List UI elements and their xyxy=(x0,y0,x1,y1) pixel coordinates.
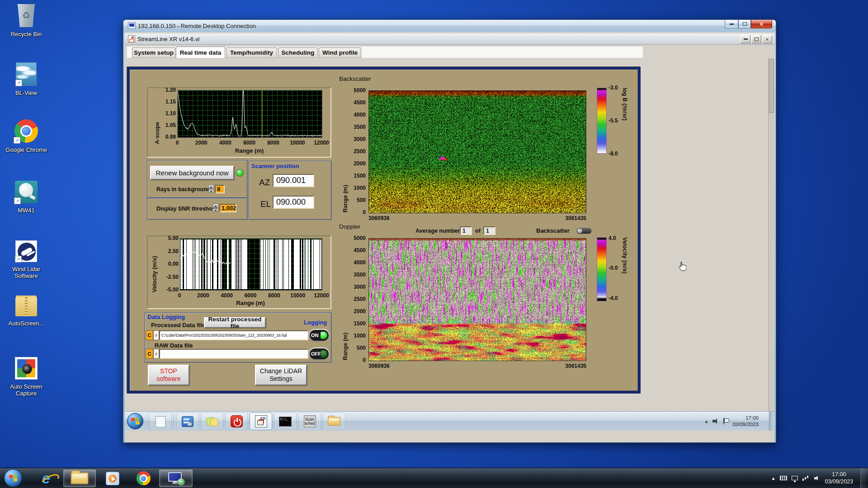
vi-titlebar[interactable]: StreamLine XR v14-6.vi × xyxy=(125,33,774,45)
action-center-flag-icon[interactable] xyxy=(723,418,728,424)
colorbar-tick: -5.5 xyxy=(609,117,618,124)
axis-tick-label: 4000 xyxy=(219,140,231,146)
display-icon[interactable] xyxy=(792,476,798,480)
tab-real-time-data[interactable]: Real time data xyxy=(176,47,225,58)
raw-browse-icon[interactable]: ♯ xyxy=(153,349,159,359)
rdp-titlebar[interactable]: 192.168.0.150 - Remote Desktop Connectio… xyxy=(123,20,776,32)
explorer-taskbar-button[interactable] xyxy=(63,469,96,487)
notepad-icon xyxy=(156,416,165,427)
rays-spinner[interactable] xyxy=(208,185,214,193)
stop-line2: software xyxy=(157,375,181,383)
chrome-taskbar-button[interactable] xyxy=(130,469,156,487)
el-value-field[interactable]: 090.000 xyxy=(273,196,314,209)
desktop-icon-mw41[interactable]: ↗ MW41 xyxy=(4,181,49,214)
restore-button[interactable] xyxy=(738,20,751,28)
az-value-field[interactable]: 090.001 xyxy=(273,174,314,187)
internet-explorer-taskbar-button[interactable]: e xyxy=(33,469,59,487)
host-start-button[interactable] xyxy=(4,469,22,487)
desktop-icon-autoscreen[interactable]: AutoScreen... xyxy=(4,297,49,327)
desktop-icon-label: Wind Lidar Software xyxy=(4,266,49,279)
stop-software-button[interactable]: STOP software xyxy=(148,365,189,385)
axis-tick-label: 12000 xyxy=(314,292,329,299)
hidden-icons-arrow[interactable]: ▲ xyxy=(771,476,776,481)
labview-xr-taskbar-button[interactable]: XR xyxy=(250,413,272,430)
colorbar-tick: -3.0 xyxy=(609,84,618,91)
average-number-field[interactable]: 1 xyxy=(460,226,472,235)
restart-processed-file-button[interactable]: Restart processed file xyxy=(204,317,266,328)
remote-clock[interactable]: 17:00 03/09/2023 xyxy=(732,415,759,427)
scan-scheduler-taskbar-button[interactable]: Scan sched xyxy=(298,413,321,430)
az-label: AZ xyxy=(259,178,270,188)
change-lidar-settings-button[interactable]: Change LiDAR Settings xyxy=(255,365,307,385)
bl-view-icon: ↗ xyxy=(16,62,37,86)
remote-start-button[interactable] xyxy=(127,413,143,429)
ascope-graph: A-scope 1.201.151.101.050.99 02000400060… xyxy=(147,87,331,158)
desktop-icon-google-chrome[interactable]: ↗ Google Chrome xyxy=(4,119,49,153)
rdp-window: 192.168.0.150 - Remote Desktop Connectio… xyxy=(123,19,776,443)
backscatter-toggle-switch[interactable] xyxy=(576,228,592,234)
windows-flag-icon xyxy=(9,474,18,482)
rays-value-field[interactable]: 8 xyxy=(215,185,225,193)
tab-temp-humidity[interactable]: Temp/humidity xyxy=(226,47,277,58)
remote-desktop-taskbar-button[interactable]: ⤫ xyxy=(159,469,193,487)
background-controls-box: Renew background now Rays in background … xyxy=(147,160,247,198)
raw-logging-off-button[interactable]: OFF xyxy=(309,347,330,360)
remote-show-desktop-button[interactable] xyxy=(769,412,774,431)
host-clock[interactable]: 17:00 03/09/2023 xyxy=(825,471,853,485)
front-panel: A-scope 1.201.151.101.050.99 02000400060… xyxy=(127,67,641,394)
minimize-icon xyxy=(730,23,734,25)
of-label: of xyxy=(475,228,481,234)
network-icon[interactable] xyxy=(802,475,810,481)
backscatter-plot-area xyxy=(368,90,586,213)
graph-cursor-line[interactable] xyxy=(262,90,262,137)
tab-wind-profile[interactable]: Wind profile xyxy=(319,47,361,58)
host-show-desktop-button[interactable] xyxy=(860,468,866,488)
background-led-indicator xyxy=(236,169,244,177)
hidden-icons-arrow[interactable]: ▲ xyxy=(704,419,709,424)
vi-restore-button[interactable] xyxy=(751,35,761,43)
desktop-icon-bl-view[interactable]: ↗ BL-View xyxy=(4,62,49,96)
sticky-notes-taskbar-button[interactable] xyxy=(201,413,223,430)
desktop-icon-wind-lidar[interactable]: ↗ Wind Lidar Software xyxy=(4,240,49,279)
raw-path-field[interactable] xyxy=(159,349,308,359)
close-button[interactable]: ✕ xyxy=(751,20,772,28)
renew-background-button[interactable]: Renew background now xyxy=(150,166,234,180)
tab-scheduling[interactable]: Scheduling xyxy=(278,47,318,58)
on-label: ON xyxy=(311,333,319,338)
snr-threshold-label: Display SNR threshold xyxy=(156,206,217,212)
backscatter-y-ticks: 5000450040003500300025002000150010005000 xyxy=(332,90,366,212)
notepad-taskbar-button[interactable] xyxy=(149,413,172,430)
sticky-notes-icon xyxy=(206,416,218,427)
shortcut-arrow-icon: ↗ xyxy=(14,197,21,204)
shutdown-taskbar-button[interactable] xyxy=(225,413,248,430)
explorer-taskbar-button[interactable] xyxy=(323,413,345,430)
processed-path-field[interactable]: C:\Lidar\Data\Proc\2023\202309\20230903\… xyxy=(159,330,308,340)
system-config-taskbar-button[interactable] xyxy=(176,413,199,430)
command-prompt-taskbar-button[interactable]: C:\_ xyxy=(274,413,297,430)
average-total-field[interactable]: 1 xyxy=(483,226,495,235)
vertical-scrollbar[interactable] xyxy=(768,58,774,411)
vi-minimize-button[interactable] xyxy=(741,35,750,43)
input-indicator-icon[interactable] xyxy=(780,476,787,480)
processed-drive-badge[interactable]: C xyxy=(146,330,153,340)
snr-spinner[interactable] xyxy=(213,204,218,212)
axis-tick-label: 1000 xyxy=(332,185,366,191)
raw-drive-badge[interactable]: C xyxy=(146,349,153,359)
processed-data-file-label: Processed Data file xyxy=(151,322,205,328)
minimize-button[interactable] xyxy=(725,20,738,28)
axis-tick-label: 1.05 xyxy=(149,122,176,128)
scrollbar-thumb[interactable] xyxy=(769,59,774,113)
desktop-icon-auto-screen-capture[interactable]: Auto Screen Capture xyxy=(4,357,49,397)
axis-tick-label: 0 xyxy=(178,292,181,299)
volume-icon[interactable] xyxy=(712,418,719,424)
processed-logging-on-button[interactable]: ON xyxy=(309,329,330,342)
media-player-taskbar-button[interactable] xyxy=(99,469,126,487)
processed-browse-icon[interactable]: ♯ xyxy=(153,330,159,340)
desktop-icon-recycle-bin[interactable]: Recycle Bin xyxy=(4,4,49,38)
axis-tick-label: 8000 xyxy=(268,292,280,299)
toggle-knob xyxy=(577,229,582,233)
snr-value-field[interactable]: 1.002 xyxy=(219,204,236,212)
volume-icon[interactable] xyxy=(814,476,820,481)
tab-system-setup[interactable]: System setup xyxy=(132,47,175,58)
vi-close-button[interactable]: × xyxy=(762,35,772,43)
